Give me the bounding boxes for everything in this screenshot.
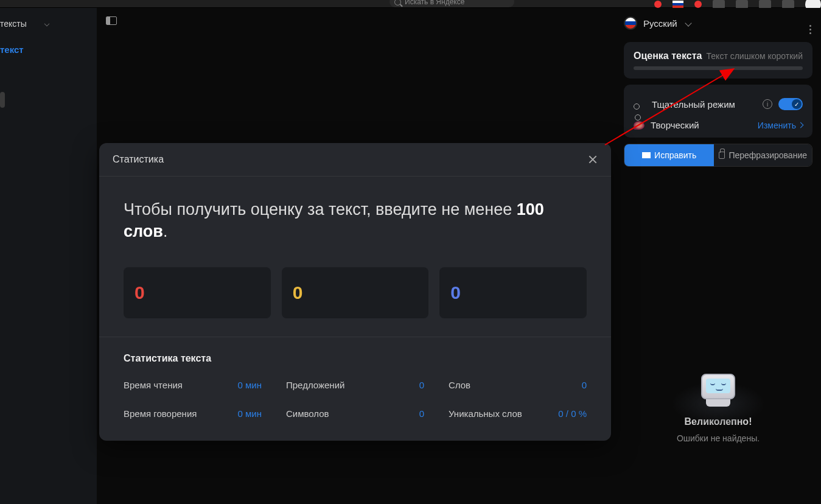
- modal-title: Статистика: [113, 154, 164, 165]
- stat-words: Слов0: [449, 380, 587, 390]
- fix-icon: [642, 152, 651, 158]
- sidebar-item-text[interactable]: текст: [0, 41, 97, 58]
- search-icon: [394, 0, 401, 5]
- stats-grid: Время чтения0 мин Предложений0 Слов0 Вре…: [124, 380, 587, 419]
- modal-header: Статистика: [99, 143, 611, 177]
- statistics-modal: Статистика Чтобы получить оценку за текс…: [99, 143, 611, 441]
- stat-reading-time: Время чтения0 мин: [124, 380, 262, 390]
- stat-cards: 0 0 0: [124, 267, 587, 318]
- main-toolbar: [97, 8, 615, 33]
- sidebar: тексты текст: [0, 8, 97, 504]
- stat-card-suggestions: 0: [439, 267, 587, 318]
- footer-title: Статистика текста: [124, 353, 587, 364]
- status-illustration: Великолепно! Ошибки не найдены.: [615, 374, 821, 443]
- stat-characters: Символов0: [286, 408, 424, 419]
- chevron-down-icon: [44, 21, 49, 26]
- thorough-mode-row: Тщательный режим i: [634, 92, 803, 116]
- modal-footer: Статистика текста Время чтения0 мин Пред…: [99, 337, 611, 441]
- sidebar-handle[interactable]: [0, 92, 5, 108]
- score-note: Текст слишком короткий: [707, 51, 803, 61]
- rephrase-button[interactable]: Перефразирование: [714, 144, 812, 166]
- language-selector[interactable]: Русский: [624, 16, 812, 30]
- modal-body: Чтобы получить оценку за текст, введите …: [99, 177, 611, 337]
- notif-icon[interactable]: [654, 1, 662, 8]
- stat-speaking-time: Время говорения0 мин: [124, 408, 262, 419]
- search-placeholder: Искать в Яндексе: [405, 0, 464, 6]
- browser-search[interactable]: Искать в Яндексе: [390, 0, 514, 7]
- ext-icon-1[interactable]: [713, 0, 725, 9]
- stat-card-errors: 0: [124, 267, 271, 318]
- flag-icon[interactable]: [673, 1, 683, 8]
- status-subtitle: Ошибки не найдены.: [677, 433, 760, 443]
- palette-icon: [634, 121, 645, 130]
- stat-sentences: Предложений0: [286, 380, 424, 390]
- close-icon[interactable]: [588, 155, 598, 164]
- dot-icon[interactable]: [694, 1, 702, 8]
- fix-button[interactable]: Исправить: [624, 144, 714, 166]
- stat-card-warnings: 0: [282, 267, 429, 318]
- chevron-down-icon: [685, 19, 691, 26]
- ext-icon-3[interactable]: [759, 0, 771, 9]
- score-card: Оценка текста Текст слишком короткий: [624, 42, 812, 79]
- stat-unique-words: Уникальных слов0 / 0 %: [449, 408, 587, 419]
- glasses-icon: [634, 101, 646, 107]
- score-progress: [634, 66, 803, 70]
- panel-left-icon[interactable]: [106, 16, 117, 25]
- lock-icon: [719, 152, 725, 159]
- more-menu[interactable]: [809, 25, 811, 34]
- browser-topbar: Искать в Яндексе: [0, 0, 821, 8]
- score-title: Оценка текста: [634, 51, 702, 61]
- flag-ru-icon: [624, 16, 637, 30]
- ext-icon-4[interactable]: [782, 0, 794, 9]
- change-link[interactable]: Изменить: [758, 121, 803, 130]
- right-panel: Русский Оценка текста Текст слишком коро…: [615, 8, 821, 504]
- robot-icon: [701, 374, 735, 410]
- sidebar-header[interactable]: тексты: [0, 19, 97, 41]
- thorough-mode-toggle[interactable]: [778, 98, 803, 110]
- creative-row: Творческий Изменить: [634, 116, 803, 130]
- info-icon[interactable]: i: [763, 99, 772, 109]
- score-requirement-message: Чтобы получить оценку за текст, введите …: [124, 198, 587, 243]
- ext-icon-2[interactable]: [736, 0, 748, 9]
- action-buttons: Исправить Перефразирование: [624, 144, 812, 167]
- modes-card: Тщательный режим i Творческий Изменить: [624, 85, 812, 138]
